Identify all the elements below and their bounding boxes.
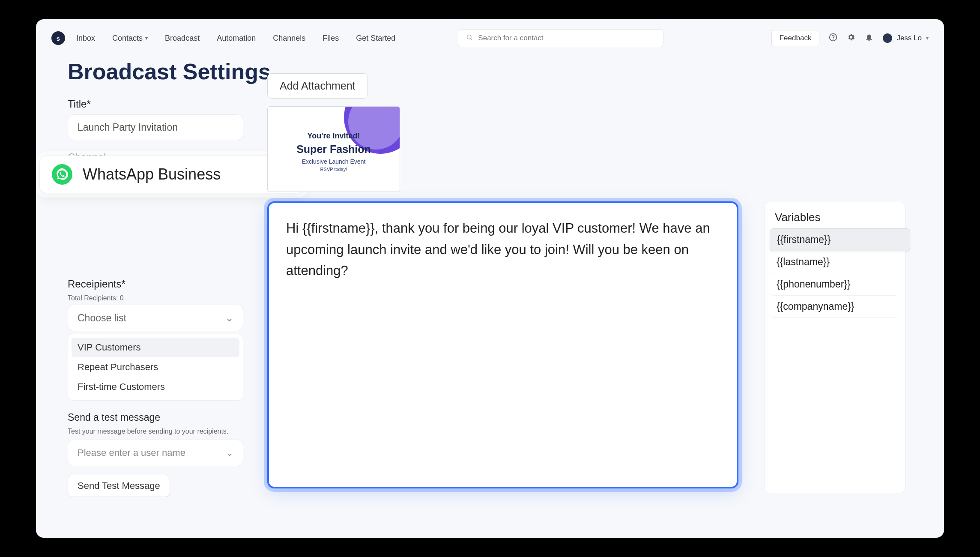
brand-logo[interactable]: s <box>51 31 65 45</box>
feedback-button[interactable]: Feedback <box>771 30 820 46</box>
nav-contacts[interactable]: Contacts ▾ <box>112 34 148 43</box>
left-column: Title* Channel WhatsApp Business ⌄ Recei… <box>68 89 243 497</box>
topbar: s Inbox Contacts ▾ Broadcast Automation … <box>36 19 944 50</box>
variable-companyname[interactable]: {{companyname}} <box>770 296 900 318</box>
attachment-text: You're Invited! Super Fashion Exclusive … <box>275 132 392 172</box>
chevron-down-icon: ⌄ <box>225 312 233 324</box>
nav-get-started[interactable]: Get Started <box>356 34 395 43</box>
whatsapp-icon <box>52 164 72 185</box>
nav-broadcast[interactable]: Broadcast <box>165 34 200 43</box>
list-option-firsttime[interactable]: First-time Customers <box>72 377 239 397</box>
search-container[interactable] <box>458 29 663 47</box>
recipients-sub: Total Recipients: 0 <box>68 294 243 302</box>
avatar <box>883 33 892 43</box>
brand-letter: s <box>57 35 60 42</box>
gear-icon[interactable] <box>847 33 855 44</box>
center-column: Add Attachment ✕ You're Invited! Super F… <box>267 73 747 488</box>
user-name-label: Jess Lo <box>896 34 922 42</box>
test-message-group: Send a test message Test your message be… <box>68 412 243 497</box>
help-icon[interactable] <box>829 33 837 44</box>
app-frame: s Inbox Contacts ▾ Broadcast Automation … <box>36 19 944 538</box>
recipients-placeholder: Choose list <box>78 312 126 324</box>
list-option-vip[interactable]: VIP Customers <box>72 338 239 357</box>
search-icon <box>466 34 473 43</box>
nav-automation[interactable]: Automation <box>217 34 256 43</box>
recipients-label: Receipients* <box>68 278 243 290</box>
list-option-repeat[interactable]: Repeat Purchasers <box>72 357 239 377</box>
title-label: Title* <box>68 98 243 110</box>
chevron-down-icon: ▾ <box>926 35 929 41</box>
att-line4: RSVP today! <box>275 167 392 172</box>
variables-title: Variables <box>770 211 900 228</box>
variable-lastname[interactable]: {{lastname}} <box>770 251 900 273</box>
chevron-down-icon: ⌄ <box>226 447 233 458</box>
att-line3: Exclusive Launch Event <box>275 158 392 165</box>
chevron-down-icon: ▾ <box>145 35 148 41</box>
title-field-group: Title* <box>68 98 243 140</box>
right-column: Variables {{firstname}} {{lastname}} {{p… <box>764 202 905 493</box>
send-test-button[interactable]: Send Test Message <box>68 475 170 497</box>
recipients-field-group: Receipients* Total Recipients: 0 Choose … <box>68 278 243 401</box>
attachment-preview[interactable]: ✕ You're Invited! Super Fashion Exclusiv… <box>267 106 400 192</box>
channel-selected: WhatsApp Business <box>83 165 272 183</box>
variable-phonenumber[interactable]: {{phonenumber}} <box>770 273 900 296</box>
user-menu[interactable]: Jess Lo ▾ <box>883 33 929 43</box>
test-placeholder: Please enter a user name <box>78 447 185 458</box>
recipients-options: VIP Customers Repeat Purchasers First-ti… <box>68 334 243 401</box>
message-body: Hi {{firstname}}, thank you for being ou… <box>286 221 710 278</box>
nav-files[interactable]: Files <box>323 34 339 43</box>
variables-panel: Variables {{firstname}} {{lastname}} {{p… <box>764 202 905 493</box>
att-line1: You're Invited! <box>275 132 392 141</box>
test-user-select[interactable]: Please enter a user name ⌄ <box>68 440 243 466</box>
test-label: Send a test message <box>68 412 243 423</box>
channel-select[interactable]: WhatsApp Business ⌄ <box>39 156 305 193</box>
nav-channels[interactable]: Channels <box>273 34 305 43</box>
message-editor[interactable]: Hi {{firstname}}, thank you for being ou… <box>267 201 738 488</box>
add-attachment-button[interactable]: Add Attachment <box>267 73 368 99</box>
test-sub: Test your message before sending to your… <box>68 428 243 435</box>
svg-point-3 <box>833 39 834 39</box>
top-nav: Inbox Contacts ▾ Broadcast Automation Ch… <box>76 34 395 43</box>
title-input[interactable] <box>68 114 243 140</box>
nav-inbox[interactable]: Inbox <box>76 34 95 43</box>
svg-line-1 <box>471 39 472 40</box>
recipients-select[interactable]: Choose list ⌄ <box>68 305 243 331</box>
svg-point-0 <box>467 35 471 39</box>
att-line2: Super Fashion <box>275 143 392 156</box>
search-input[interactable] <box>478 34 655 42</box>
topbar-right: Feedback Jess Lo ▾ <box>771 30 929 46</box>
variable-firstname[interactable]: {{firstname}} <box>770 228 910 251</box>
bell-icon[interactable] <box>865 33 873 44</box>
